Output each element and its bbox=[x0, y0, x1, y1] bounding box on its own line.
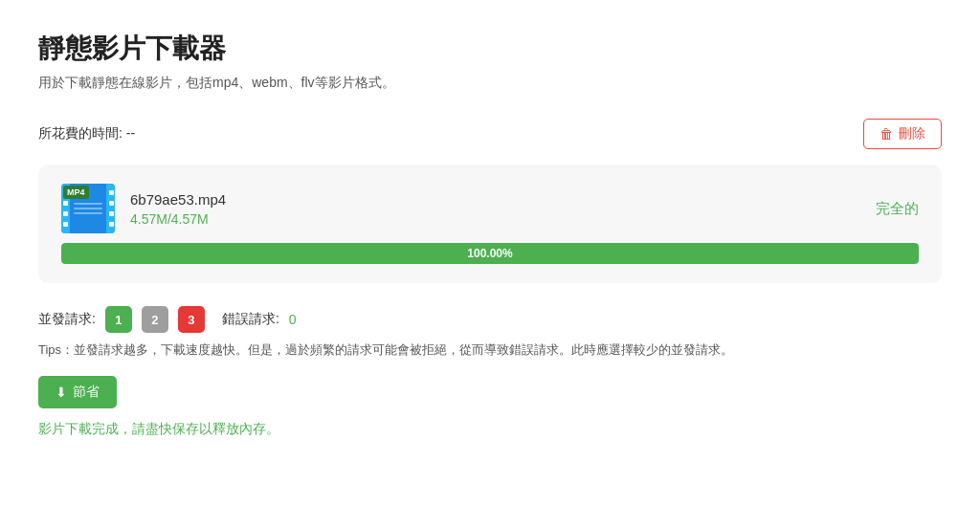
progress-text: 100.00% bbox=[467, 247, 512, 260]
time-label: 所花費的時間: -- bbox=[38, 125, 135, 143]
save-button[interactable]: ⬇ 節省 bbox=[38, 376, 117, 408]
concurrent-row: 並發請求: 1 2 3 錯誤請求: 0 bbox=[38, 306, 942, 333]
film-hole bbox=[109, 190, 114, 195]
file-name: 6b79ae53.mp4 bbox=[130, 191, 226, 208]
concurrent-btn-1[interactable]: 1 bbox=[105, 306, 132, 333]
film-hole bbox=[63, 211, 68, 216]
film-line bbox=[74, 203, 102, 205]
page-subtitle: 用於下載靜態在線影片，包括mp4、webm、flv等影片格式。 bbox=[38, 75, 942, 92]
progress-bar-container: 100.00% bbox=[61, 243, 919, 264]
film-hole bbox=[109, 222, 114, 227]
film-hole bbox=[109, 211, 114, 216]
page-title: 靜態影片下載器 bbox=[38, 31, 942, 67]
complete-message-text: 影片下載完成，請盡快保存以釋放內存。 bbox=[38, 421, 279, 436]
trash-icon: 🗑 bbox=[880, 126, 893, 142]
card-top: MP4 6b79ae53.mp4 4.57M/4.57M 完全的 bbox=[61, 184, 919, 233]
delete-label: 刪除 bbox=[899, 125, 925, 143]
delete-button[interactable]: 🗑 刪除 bbox=[863, 119, 942, 149]
film-strip: MP4 bbox=[61, 184, 115, 233]
mp4-badge: MP4 bbox=[63, 186, 89, 199]
file-size: 4.57M/4.57M bbox=[130, 211, 226, 227]
concurrent-label: 並發請求: bbox=[38, 311, 96, 328]
film-holes-right bbox=[107, 184, 115, 233]
film-line bbox=[74, 212, 102, 214]
error-count: 0 bbox=[289, 312, 297, 327]
error-label: 錯誤請求: bbox=[222, 311, 279, 328]
film-hole bbox=[109, 201, 114, 206]
tips-text: Tips：並發請求越多，下載速度越快。但是，過於頻繁的請求可能會被拒絕，從而導致… bbox=[38, 340, 942, 361]
download-card: MP4 6b79ae53.mp4 4.57M/4.57M 完全的 100.00% bbox=[38, 165, 942, 283]
time-row: 所花費的時間: -- 🗑 刪除 bbox=[38, 119, 942, 149]
film-hole bbox=[63, 201, 68, 206]
complete-message: 影片下載完成，請盡快保存以釋放內存。 bbox=[38, 420, 942, 438]
file-icon: MP4 bbox=[61, 184, 115, 233]
card-left: MP4 6b79ae53.mp4 4.57M/4.57M bbox=[61, 184, 226, 233]
save-label: 節省 bbox=[73, 384, 100, 401]
film-lines bbox=[74, 203, 102, 214]
file-info: 6b79ae53.mp4 4.57M/4.57M bbox=[130, 191, 226, 227]
film-hole bbox=[63, 222, 68, 227]
concurrent-btn-3[interactable]: 3 bbox=[178, 306, 205, 333]
status-complete: 完全的 bbox=[876, 200, 919, 218]
concurrent-btn-2[interactable]: 2 bbox=[142, 306, 168, 333]
download-icon: ⬇ bbox=[56, 384, 67, 400]
progress-bar-fill: 100.00% bbox=[61, 243, 919, 264]
film-line bbox=[74, 208, 102, 209]
